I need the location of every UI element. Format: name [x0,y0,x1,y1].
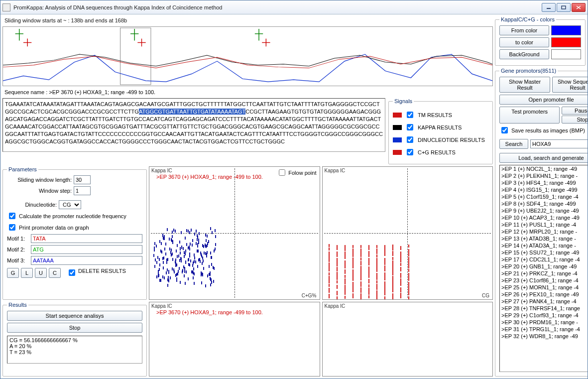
open-promoter-file-button[interactable]: Open promoter file [499,95,588,105]
list-item[interactable]: >EP 1 (+) NOC2L_1; range -49 [500,165,588,172]
cg-results-label: C+G RESULTS [418,149,456,155]
to-color-button[interactable]: to color [499,37,549,47]
calc-freq-label: Calculate the promoter nucleotide freque… [19,213,126,219]
promoter-listbox[interactable]: >EP 1 (+) NOC2L_1; range -49>EP 2 (+) PL… [499,165,588,372]
background-color-swatch[interactable] [551,49,581,59]
list-item[interactable]: >EP 9 (+) UBE2J2_1; range -49 [500,207,588,214]
chart-xaxis-2: CG [482,293,489,298]
cg-results-checkbox[interactable] [407,149,413,155]
delete-results-checkbox[interactable] [69,269,75,276]
kappa-cg-chart-right[interactable]: Kappa IC CG [322,166,493,300]
pause-button[interactable]: Pause [562,107,588,115]
list-item[interactable]: >EP 5 (+) C1orf159_1; range -4 [500,193,588,200]
dinuc-color-swatch [393,137,402,142]
parameters-legend: Parameters [7,166,38,172]
close-button[interactable] [572,3,586,12]
list-item[interactable]: >EP 17 (+) CDC2L1_1; range -4 [500,256,588,263]
start-analysis-button[interactable]: Start sequence analisys [7,311,142,321]
tm-color-swatch [393,113,402,118]
c-button[interactable]: C [49,268,61,278]
sliding-window-status: Sliding window starts at ~ : 138b and en… [2,16,493,24]
print-graph-checkbox[interactable] [9,224,15,231]
maximize-button[interactable] [557,3,571,12]
save-bmp-label: Save results as images (BMP) [511,127,585,133]
l-button[interactable]: L [21,268,33,278]
dinuc-label: Dinucleotide: [7,202,57,208]
sequence-textbox[interactable]: TGAAATATCATAAATATAGATTTAAATACAGTAGAGCGAC… [2,98,385,152]
list-item[interactable]: >EP 11 (+) PUSL1_1; range -4 [500,221,588,228]
dinucleotide-select[interactable]: CG [59,200,81,209]
promoters-legend: Gene promotors(8511) [499,68,558,74]
list-item[interactable]: >EP 15 (+) SSU72_1; range -49 [500,249,588,256]
kappa-chart-bottom[interactable]: Kappa IC >EP 3670 (+) HOXA9_1; range -49… [149,302,320,377]
list-item[interactable]: >EP 30 (+) PRDM16_1; range - [500,319,588,326]
titlebar: PromKappa: Analysis of DNA sequences thr… [0,0,588,14]
chart-title-4: Kappa IC [325,303,346,309]
chart-title-3: Kappa IC [151,303,172,309]
sequence-highlight: ATGGCGTGATTAATTGTGATATAAAATAGT [139,109,245,115]
stop-analysis-button[interactable]: Stop [7,323,142,333]
chart-xaxis-1: C+G% [302,293,317,298]
load-search-generate-button[interactable]: Load, search and generate [499,153,588,163]
cg-color-swatch [393,150,402,155]
search-input[interactable] [530,139,588,148]
minimize-button[interactable] [542,3,556,12]
g-button[interactable]: G [7,268,19,278]
motif2-label: Motif 2: [7,247,29,253]
kappa-results-label: KAPPA RESULTS [418,125,462,130]
tm-results-label: TM RESULTS [418,112,452,118]
overview-chart[interactable] [2,26,493,86]
list-item[interactable]: >EP 12 (+) MRPL20_1; range - [500,228,588,235]
list-item[interactable]: >EP 32 (+) WDR8_1; range -49 [500,333,588,340]
list-item[interactable]: >EP 27 (+) PANK4_1; range -4 [500,298,588,305]
list-item[interactable]: >EP 4 (+) ISG15_1; range -499 [500,186,588,193]
list-item[interactable]: >EP 28 (+) TNFRSF14_1; range [500,305,588,312]
list-item[interactable]: >EP 21 (+) PRKCZ_1; range -4 [500,270,588,277]
kappa-cg-chart[interactable]: Kappa IC >EP 3670 (+) HOXA9_1; range -49… [149,166,320,300]
calc-freq-checkbox[interactable] [9,213,15,219]
sliding-window-length-input[interactable] [74,175,91,184]
test-promoters-button[interactable]: Test promoters [499,107,560,124]
tm-results-checkbox[interactable] [407,112,413,118]
background-color-button[interactable]: BackGround [499,49,549,59]
parameters-group: Parameters Sliding window length: Window… [2,166,147,300]
sequence-name-label: Sequence name : >EP 3670 (+) HOXA9_1; ra… [2,88,493,96]
save-bmp-checkbox[interactable] [501,127,508,133]
list-item[interactable]: >EP 10 (+) ACAP3_1; range -49 [500,214,588,221]
promoter-stop-button[interactable]: Stop [562,116,588,124]
motif2-input[interactable] [31,245,142,254]
kappa-results-checkbox[interactable] [407,124,413,130]
list-item[interactable]: >EP 3 (+) HFS4_1; range -499 [500,179,588,186]
dinuc-results-label: DINUCLEOTIDE RESULTS [418,137,485,143]
motif1-label: Motif 1: [7,236,29,242]
signals-group: Signals TM RESULTS KAPPA RESULTS DINUCLE… [388,98,493,164]
list-item[interactable]: >EP 2 (+) PLEKHN1_1; range - [500,172,588,179]
list-item[interactable]: >EP 23 (+) C1orf86_1; range -4 [500,277,588,284]
show-master-result-button[interactable]: Show Master Result [499,77,550,93]
kappa-color-swatch [393,125,402,130]
search-button[interactable]: Search [499,139,528,149]
from-color-swatch[interactable] [551,25,581,35]
to-color-swatch[interactable] [551,37,581,47]
list-item[interactable]: >EP 8 (+) SDF4_1; range -499 [500,200,588,207]
list-item[interactable]: >EP 31 (+) TPRG1L_1; range -4 [500,326,588,333]
list-item[interactable]: >EP 25 (+) MORN1_1; range -4 [500,284,588,291]
window-step-input[interactable] [74,186,91,195]
dinuc-results-checkbox[interactable] [407,136,413,143]
motif1-input[interactable] [31,234,142,243]
u-button[interactable]: U [35,268,47,278]
delete-results-label: DELETE RESULTS [78,268,126,274]
print-graph-label: Print promoter data on graph [19,225,89,231]
results-text[interactable] [7,336,142,364]
list-item[interactable]: >EP 26 (+) PEX10_1; range -49 [500,291,588,298]
list-item[interactable]: >EP 13 (+) ATAD3B_1; range - [500,235,588,242]
scatter-red [323,167,493,299]
show-sequence-result-button[interactable]: Show Sequence Result [552,77,588,93]
list-item[interactable]: >EP 29 (+) C1orf93_1; range -4 [500,312,588,319]
motif3-input[interactable] [31,256,142,265]
list-item[interactable]: >EP 20 (+) GNB1_1; range -49 [500,263,588,270]
from-color-button[interactable]: From color [499,25,549,35]
kappa-chart-bottom-right[interactable]: Kappa IC [322,302,493,377]
list-item[interactable]: >EP 14 (+) ATAD3A_1; range - [500,242,588,249]
step-label: Window step: [7,188,72,194]
